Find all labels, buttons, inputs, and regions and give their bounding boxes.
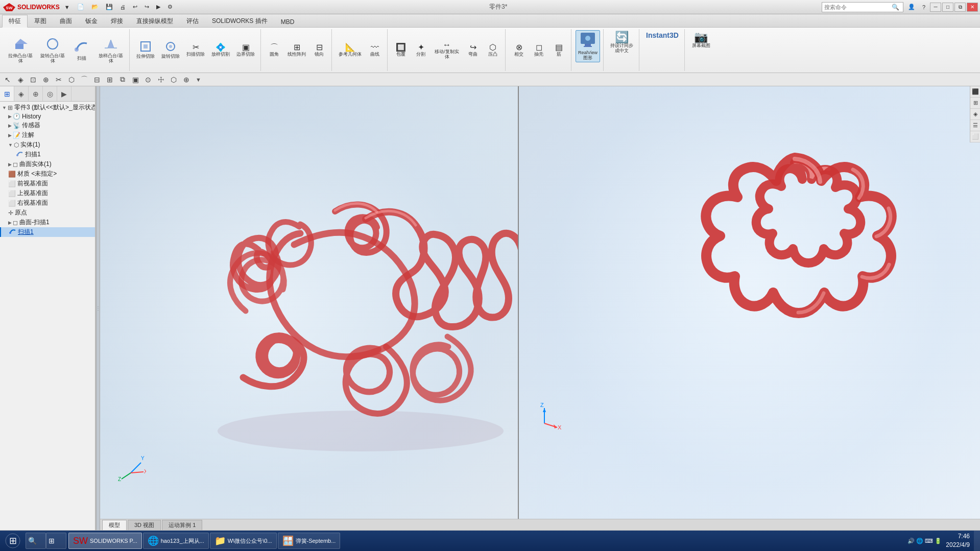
tree-item-surface-sweep[interactable]: ▶ ◻ 曲面-扫描1 bbox=[0, 218, 95, 227]
taskbar-item-folder[interactable]: 📁 W\微信公众号\0... bbox=[210, 533, 277, 549]
fillet-btn[interactable]: ⌒ 圆角 bbox=[265, 42, 283, 59]
start-button[interactable]: ⊞ bbox=[0, 531, 26, 551]
tab-3d-view[interactable]: 3D 视图 bbox=[128, 520, 161, 530]
mini-btn-5[interactable]: ⬜ bbox=[970, 131, 980, 142]
mini-btn-2[interactable]: ⊞ bbox=[970, 98, 980, 109]
taskbar-clock[interactable]: 7:46 2022/4/9 bbox=[946, 532, 974, 549]
open-btn[interactable]: 📂 bbox=[89, 3, 101, 11]
mirror-btn[interactable]: ⊟ 镜向 bbox=[310, 42, 328, 59]
root-expand-icon[interactable]: ▼ bbox=[2, 105, 7, 110]
move-copy-btn[interactable]: ↔ 移动/复制实体 bbox=[432, 39, 462, 61]
tree-item-sensor[interactable]: ▶ 📡 传感器 bbox=[0, 121, 95, 130]
show-desktop-btn[interactable] bbox=[974, 531, 980, 551]
tree-item-material[interactable]: 🟫 材质 <未指定> bbox=[0, 169, 95, 179]
taskbar-item-solidworks[interactable]: SW SOLIDWORKS P... bbox=[68, 533, 142, 549]
shell-btn[interactable]: ◻ 抽壳 bbox=[530, 42, 548, 59]
extrude2-btn[interactable]: ⬡ bbox=[66, 74, 77, 85]
mini-btn-3[interactable]: ◈ bbox=[970, 109, 980, 120]
mini-btn-4[interactable]: ☰ bbox=[970, 120, 980, 131]
history-expand-icon[interactable]: ▶ bbox=[8, 114, 12, 119]
tab-surface[interactable]: 曲面 bbox=[53, 15, 79, 27]
resize-handle[interactable]: ⋮ bbox=[96, 86, 100, 530]
print-btn[interactable]: 🖨 bbox=[117, 3, 128, 11]
minimize-btn[interactable]: ─ bbox=[930, 3, 941, 12]
viewport-left[interactable]: Y X Z bbox=[100, 86, 519, 519]
tree-item-history[interactable]: ▶ 🕐 History bbox=[0, 112, 95, 121]
extrude-boss-btn[interactable]: 拉伸凸台/基体 bbox=[5, 35, 36, 65]
intersect-btn[interactable]: ⊗ 相交 bbox=[510, 42, 528, 59]
sketch-fillet-btn[interactable]: ⌒ bbox=[79, 74, 90, 85]
smart-dim-btn[interactable]: ◈ bbox=[15, 74, 26, 85]
panel-tab-custom[interactable]: ▶ bbox=[57, 86, 71, 101]
loft-cut-btn[interactable]: 💠 放样切割 bbox=[209, 42, 232, 59]
solid-expand-icon[interactable]: ▼ bbox=[8, 142, 13, 148]
split-btn[interactable]: ✦ 分割 bbox=[412, 42, 430, 59]
search-input[interactable] bbox=[824, 4, 891, 10]
rib-btn[interactable]: ▤ 筋 bbox=[549, 42, 568, 59]
search-box[interactable]: 🔍 bbox=[822, 2, 903, 12]
ref-geometry-btn[interactable]: 📐 参考几何体 bbox=[336, 42, 364, 59]
sweep-cut-btn[interactable]: ✂ 扫描切除 bbox=[184, 42, 207, 59]
indent-btn[interactable]: ⬡ 压凸 bbox=[484, 42, 502, 59]
revolve-cut-btn[interactable]: 旋转切除 bbox=[159, 39, 182, 61]
tab-sw-addins[interactable]: SOLIDWORKS 插件 bbox=[205, 15, 274, 27]
options-btn[interactable]: ⚙ bbox=[165, 3, 175, 11]
tab-sheet-metal[interactable]: 钣金 bbox=[79, 15, 104, 27]
help-btn[interactable]: ? bbox=[920, 3, 928, 11]
restore-btn[interactable]: ⧉ bbox=[954, 3, 966, 12]
mate-btn[interactable]: ☩ bbox=[155, 74, 166, 85]
maximize-btn[interactable]: □ bbox=[942, 3, 953, 12]
view-selector[interactable]: ▼ bbox=[196, 77, 201, 83]
tab-model[interactable]: 模型 bbox=[102, 520, 127, 530]
file-menu-btn[interactable]: ▼ bbox=[62, 3, 73, 11]
save-btn[interactable]: 💾 bbox=[103, 3, 115, 11]
tab-mbd[interactable]: MBD bbox=[274, 16, 301, 27]
bend-btn[interactable]: ↪ 弯曲 bbox=[464, 42, 482, 59]
mini-btn-1[interactable]: ⬛ bbox=[970, 86, 980, 98]
taskbar-taskview[interactable]: ⊞ bbox=[46, 533, 66, 549]
new-btn[interactable]: 📄 bbox=[75, 3, 87, 11]
curves-btn[interactable]: 〰 曲线 bbox=[366, 42, 384, 59]
taskbar-item-hao123[interactable]: 🌐 hao123_上网从... bbox=[143, 533, 209, 549]
tree-item-sweep-child[interactable]: 扫描1 bbox=[0, 150, 95, 159]
line-btn[interactable]: ⊡ bbox=[28, 74, 39, 85]
tab-features[interactable]: 特征 bbox=[2, 15, 28, 28]
tree-item-right-plane[interactable]: ⬜ 右视基准面 bbox=[0, 198, 95, 208]
screenshot-btn[interactable]: 📷 屏幕截图 bbox=[689, 30, 713, 50]
build-btn[interactable]: ▶ bbox=[154, 3, 163, 11]
taskbar-item-spring[interactable]: 🪟 弹簧-Septemb... bbox=[278, 533, 341, 549]
tab-direct-edit[interactable]: 直接操纵模型 bbox=[130, 15, 180, 27]
tree-item-top-plane[interactable]: ⬜ 上视基准面 bbox=[0, 188, 95, 198]
tab-evaluate[interactable]: 评估 bbox=[180, 15, 205, 27]
tab-motion[interactable]: 运动算例 1 bbox=[162, 520, 202, 530]
panel-tab-property[interactable]: ◈ bbox=[14, 86, 29, 101]
boundary-cut-btn[interactable]: ▣ 边界切除 bbox=[234, 42, 257, 59]
section-btn[interactable]: ⬡ bbox=[168, 74, 179, 85]
surface-sweep-expand-icon[interactable]: ▶ bbox=[8, 220, 12, 225]
sensor-expand-icon[interactable]: ▶ bbox=[8, 123, 12, 128]
wrap-btn[interactable]: 🔲 包覆 bbox=[392, 42, 410, 59]
annotation-expand-icon[interactable]: ▶ bbox=[8, 133, 12, 138]
tree-root[interactable]: ▼ ⊞ 零件3 (默认<<默认>_显示状态 1>) bbox=[0, 103, 95, 112]
tree-item-origin[interactable]: ✛ 原点 bbox=[0, 208, 95, 218]
tree-item-solid[interactable]: ▼ ⬡ 实体(1) bbox=[0, 140, 95, 150]
pattern-btn[interactable]: ⧉ bbox=[117, 74, 128, 85]
redo-btn[interactable]: ↪ bbox=[142, 3, 152, 11]
panel-tab-appearance[interactable]: ◎ bbox=[43, 86, 57, 101]
sync-btn[interactable]: 🔄 持设计同步成中文 bbox=[608, 30, 636, 55]
tab-weld[interactable]: 焊接 bbox=[104, 15, 130, 27]
dim-btn[interactable]: ⊙ bbox=[142, 74, 154, 85]
surface-solid-expand-icon[interactable]: ▶ bbox=[8, 162, 12, 167]
trim-btn[interactable]: ✂ bbox=[53, 74, 64, 85]
panel-tab-config[interactable]: ⊕ bbox=[29, 86, 43, 101]
select-btn[interactable]: ↖ bbox=[2, 74, 13, 85]
ref-plane-btn[interactable]: ▣ bbox=[130, 74, 141, 85]
tab-sketch[interactable]: 草图 bbox=[28, 15, 53, 27]
sweep-btn[interactable]: 扫描 bbox=[69, 38, 94, 63]
tree-item-front-plane[interactable]: ⬜ 前视基准面 bbox=[0, 179, 95, 188]
linear-pattern-btn[interactable]: ⊞ 线性阵列 bbox=[285, 42, 308, 59]
loft-boss-btn[interactable]: 放样凸台/基体 bbox=[95, 35, 126, 65]
undo-btn[interactable]: ↩ bbox=[130, 3, 140, 11]
instant3d-btn[interactable]: Instant3D bbox=[643, 30, 681, 41]
panel-tab-feature[interactable]: ⊞ bbox=[0, 86, 14, 101]
